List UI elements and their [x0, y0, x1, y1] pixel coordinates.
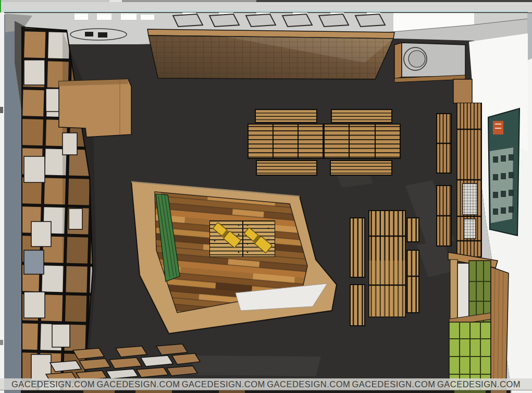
bottom-edge-strip — [21, 390, 511, 393]
mesh-panel-1 — [463, 183, 477, 215]
green-cube-shelf — [448, 252, 509, 393]
render-scene — [0, 0, 532, 393]
calligraphy-poster — [488, 108, 519, 236]
blue-cube — [24, 250, 44, 274]
wood-slat-canopy — [147, 29, 394, 79]
long-slat-table-right-group — [324, 109, 400, 175]
floor-light-patch — [191, 355, 321, 376]
watermark-text: GACEDESIGN.COM — [352, 379, 436, 389]
ceiling-oval-table — [70, 29, 127, 40]
service-counter-round-sink — [394, 43, 465, 82]
white-cubby — [457, 263, 469, 323]
vertical-slat-table-cluster — [350, 211, 419, 326]
watermark-text: GACEDESIGN.COM — [437, 379, 521, 389]
wall-slat-shelf-with-mesh — [453, 79, 481, 256]
watermark-band: GACEDESIGN.COM GACEDESIGN.COM GACEDESIGN… — [0, 378, 532, 390]
watermark-text: GACEDESIGN.COM — [11, 379, 95, 389]
watermark-text: GACEDESIGN.COM — [96, 379, 180, 389]
teal-accent-line — [4, 10, 528, 12]
long-slat-table-left-group — [248, 109, 323, 175]
mesh-panel-2 — [464, 219, 476, 239]
interior-render-image: GACEDESIGN.COM GACEDESIGN.COM GACEDESIGN… — [0, 0, 532, 393]
watermark-text: GACEDESIGN.COM — [182, 379, 265, 389]
watermark-text: GACEDESIGN.COM — [267, 379, 350, 389]
